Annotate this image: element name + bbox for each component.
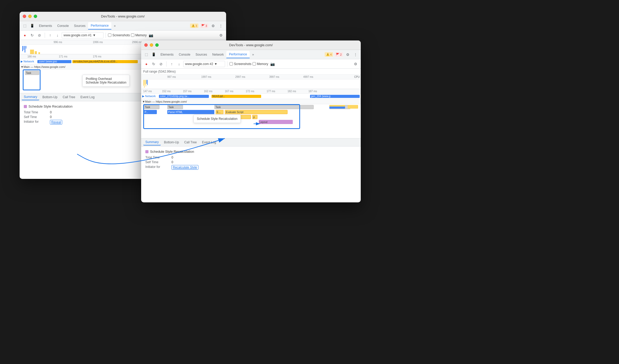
tab-bottomup-2[interactable]: Bottom-Up: [162, 139, 181, 145]
tab-more-1[interactable]: »: [111, 22, 118, 29]
settings-toolbar-btn-1[interactable]: ⚙: [218, 32, 224, 38]
subtask-2a[interactable]: P...: [144, 110, 157, 114]
inner-arrow-svg: [141, 104, 361, 138]
tab-eventlog-2[interactable]: Event Log: [200, 139, 218, 145]
refresh-btn-1[interactable]: ↻: [29, 32, 35, 38]
tab-network-2[interactable]: Network: [210, 51, 226, 58]
subtask-parse-html[interactable]: Parse HTML: [167, 110, 214, 114]
settings-btn-1[interactable]: ⚙: [210, 23, 216, 29]
tab-console-1[interactable]: Console: [55, 22, 71, 29]
close-button-2[interactable]: [144, 43, 148, 47]
self-time-label-2: Self Time: [145, 160, 171, 164]
clear-btn-1[interactable]: ⊘: [36, 32, 43, 38]
detail-title-text-2: Schedule Style Recalculation: [150, 150, 194, 154]
settings-btn-2[interactable]: ⚙: [345, 51, 351, 58]
tab-console-2[interactable]: Console: [176, 51, 193, 58]
mini-bar-3: [38, 52, 40, 54]
settings-toolbar-btn-2[interactable]: ⚙: [352, 61, 359, 67]
screenshots-check-2[interactable]: [230, 62, 233, 66]
separator-3: [166, 61, 167, 67]
task-bar-2c[interactable]: Task: [214, 105, 314, 109]
screenshot-capture-btn-2[interactable]: 📷: [269, 61, 276, 67]
window-title-2: DevTools - www.google.com/: [229, 43, 273, 47]
screenshots-checkbox-2[interactable]: Screenshots: [230, 62, 251, 66]
tab-sources-2[interactable]: Sources: [193, 51, 210, 58]
subtask-layout[interactable]: Layout: [259, 120, 293, 124]
tab-elements-1[interactable]: Elements: [36, 22, 55, 29]
tab-bottomup-1[interactable]: Bottom-Up: [40, 94, 59, 100]
more-btn-2[interactable]: ⋮: [352, 51, 359, 58]
task-bar-2b[interactable]: Task: [167, 105, 183, 109]
screenshots-checkbox-1[interactable]: Screenshots: [108, 33, 130, 37]
record-btn-1[interactable]: ●: [22, 32, 28, 38]
tab-calltree-1[interactable]: Call Tree: [61, 94, 77, 100]
traffic-lights-2: [144, 43, 159, 47]
recalculate-link-2[interactable]: Recalculate Style: [171, 165, 198, 170]
subtask-eval-script[interactable]: Evaluate Script: [225, 110, 288, 114]
total-time-label-2: Total Time: [145, 156, 171, 159]
memory-checkbox-1[interactable]: Memory: [131, 33, 147, 37]
upload-btn-1[interactable]: ↑: [47, 32, 53, 38]
mini-cpu-bars-2: [143, 80, 148, 88]
tab-more-2[interactable]: »: [250, 51, 257, 58]
detail-row-total-2: Total Time 0: [145, 156, 357, 159]
subtask-2b[interactable]: E...: [216, 110, 223, 114]
screenshots-check-1[interactable]: [108, 33, 111, 37]
minimize-button-2[interactable]: [150, 43, 153, 47]
detail-title-2: Schedule Style Recalculation: [145, 150, 357, 154]
device-icon-2: 📱: [151, 51, 157, 58]
task-bar-2a[interactable]: Task: [144, 105, 159, 109]
maximize-button-2[interactable]: [155, 43, 159, 47]
network-label-1: ▶ Network: [21, 60, 36, 63]
device-icon-1: 📱: [29, 23, 35, 29]
tab-calltree-2[interactable]: Call Tree: [182, 139, 199, 145]
devtools-window-2: DevTools - www.google.com/ ⬚ 📱 Elements …: [141, 40, 361, 202]
more-btn-1[interactable]: ⋮: [218, 23, 224, 29]
tab-summary-1[interactable]: Summary: [22, 94, 39, 100]
close-button-1[interactable]: [23, 15, 26, 18]
screenshot-capture-btn-1[interactable]: 📷: [148, 32, 154, 38]
refresh-btn-2[interactable]: ↻: [151, 61, 157, 67]
mark-152: 152 ms: [162, 90, 171, 93]
tab-elements-2[interactable]: Elements: [158, 51, 176, 58]
tab-performance-2[interactable]: Performance: [226, 51, 250, 58]
mark-182: 182 ms: [288, 90, 296, 93]
download-btn-2[interactable]: ↓: [176, 61, 182, 67]
self-time-value-2: 0: [171, 160, 173, 164]
flame-chart-2: Task Task Task Task P... Parse HTML E...…: [141, 104, 361, 138]
record-btn-2[interactable]: ●: [143, 61, 150, 67]
upload-btn-2[interactable]: ↑: [169, 61, 175, 67]
mark-3997: 3997 ms: [269, 75, 279, 78]
tab-summary-2[interactable]: Summary: [143, 139, 161, 145]
maximize-button-1[interactable]: [34, 15, 37, 18]
subtask-p[interactable]: p: [252, 115, 257, 119]
scattered-bar-2: [348, 105, 358, 109]
mark-997: 997 ms: [167, 75, 176, 78]
separator-1: [45, 33, 45, 38]
tab-eventlog-1[interactable]: Event Log: [78, 94, 97, 100]
mark-162: 162 ms: [204, 90, 213, 93]
task-bar-1[interactable]: Task: [25, 71, 39, 75]
minimize-button-1[interactable]: [28, 15, 32, 18]
network-bar-2a: color_272x92dp.png (w...: [159, 95, 209, 98]
memory-check-1[interactable]: [131, 33, 134, 37]
separator-2: [106, 33, 106, 38]
url-dropdown-2[interactable]: www.google.com #2 ▼: [183, 61, 225, 67]
memory-checkbox-2[interactable]: Memory: [253, 62, 268, 66]
memory-check-2[interactable]: [253, 62, 256, 66]
reveal-link-1[interactable]: Reveal: [50, 120, 62, 125]
network-bar-2b: NUn3,qd...: [211, 95, 261, 98]
clear-btn-2[interactable]: ⊘: [158, 61, 164, 67]
network-bar-1b: m=cdos,hsm,jsa,mb4ZUb,d,csi,cEt9...: [72, 60, 138, 63]
url-dropdown-1[interactable]: www.google.com #1 ▼: [62, 32, 104, 38]
detail-panel-2: Schedule Style Recalculation Total Time …: [141, 146, 361, 174]
mark-157: 157 ms: [183, 90, 192, 93]
tooltip-text-2: Schedule Style Recalculation: [197, 117, 237, 121]
tab-sources-1[interactable]: Sources: [71, 22, 88, 29]
detail-row-self-2: Self Time 0: [145, 160, 357, 164]
download-btn-1[interactable]: ↓: [54, 32, 61, 38]
tab-performance-1[interactable]: Performance: [88, 22, 111, 30]
separator-4: [227, 61, 227, 67]
schedule-tooltip-2: Schedule Style Recalculation: [193, 115, 241, 123]
mark-147: 147 ms: [143, 90, 152, 93]
